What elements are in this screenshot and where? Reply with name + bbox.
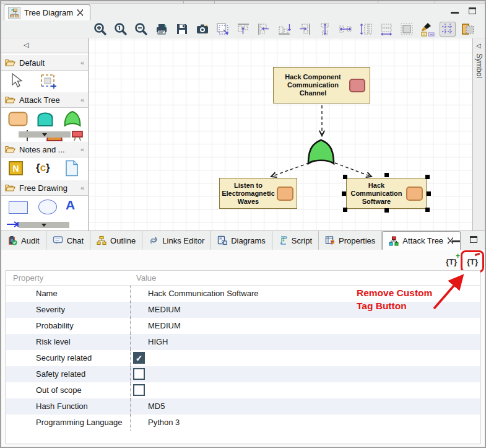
table-row[interactable]: Programming Language Python 3 bbox=[6, 415, 480, 431]
or-gate-tool[interactable] bbox=[63, 110, 82, 127]
tab-close-icon[interactable] bbox=[77, 9, 84, 16]
tab-tree-diagram[interactable]: Tree Diagram bbox=[4, 4, 90, 20]
align-right-icon[interactable] bbox=[297, 22, 313, 37]
tab-diagrams[interactable]: Diagrams bbox=[211, 231, 272, 250]
node-badge-orange bbox=[277, 187, 293, 201]
palette-scroll-indicator[interactable] bbox=[19, 131, 71, 138]
table-row[interactable]: Risk level HIGH bbox=[6, 334, 480, 350]
tab-chat[interactable]: Chat bbox=[46, 231, 90, 250]
tab-outline[interactable]: Outline bbox=[90, 231, 142, 250]
add-custom-tag-button[interactable]: {T} + bbox=[443, 253, 459, 270]
marquee-tool[interactable] bbox=[40, 73, 57, 90]
edit-appearance-icon[interactable] bbox=[460, 22, 476, 37]
rectangle-tool[interactable] bbox=[9, 201, 28, 214]
node-hack-component-communication-channel[interactable]: Hack Component Communication Channel bbox=[273, 67, 370, 103]
checkbox[interactable] bbox=[133, 352, 145, 364]
save-icon[interactable] bbox=[174, 22, 190, 37]
selection-handle[interactable] bbox=[384, 173, 389, 177]
remove-custom-tag-button[interactable]: {T} bbox=[464, 253, 480, 270]
collapse-left-icon[interactable]: ◁ bbox=[476, 42, 481, 49]
maximize-icon[interactable] bbox=[469, 7, 476, 14]
property-value[interactable]: MD5 bbox=[130, 398, 480, 415]
pin-icon[interactable]: « bbox=[80, 184, 84, 191]
property-value[interactable]: HIGH bbox=[130, 334, 480, 350]
editor-tabbar: Tree Diagram bbox=[1, 4, 485, 20]
zoom-actual-icon[interactable] bbox=[113, 22, 129, 37]
tab-attack-tree[interactable]: Attack Tree bbox=[382, 231, 461, 250]
tab-audit[interactable]: Audit bbox=[1, 231, 46, 250]
center-vertical-icon[interactable] bbox=[317, 22, 333, 37]
format-painter-icon[interactable] bbox=[419, 22, 435, 37]
pin-icon[interactable]: « bbox=[80, 59, 84, 66]
checkbox[interactable] bbox=[133, 368, 145, 380]
palette-section-notes[interactable]: Notes and ... « bbox=[1, 141, 88, 157]
text-tool[interactable]: A bbox=[66, 198, 75, 213]
align-top-icon[interactable] bbox=[235, 22, 251, 37]
pin-icon[interactable]: « bbox=[80, 96, 84, 103]
tab-label: Diagrams bbox=[231, 236, 266, 245]
checkbox[interactable] bbox=[133, 384, 145, 396]
selection-handle[interactable] bbox=[343, 175, 347, 179]
panel-maximize-icon[interactable] bbox=[470, 236, 477, 243]
property-value[interactable]: Python 3 bbox=[130, 415, 480, 431]
print-icon[interactable] bbox=[154, 22, 170, 37]
pin-icon[interactable]: « bbox=[80, 146, 84, 153]
tab-links-editor[interactable]: Links Editor bbox=[142, 231, 211, 250]
selection-handle[interactable] bbox=[425, 208, 430, 212]
property-value[interactable]: Hack Communication Software bbox=[130, 286, 480, 302]
node-shape-tool[interactable] bbox=[8, 112, 28, 126]
minimize-icon[interactable] bbox=[451, 7, 459, 14]
align-left-icon[interactable] bbox=[256, 22, 272, 37]
zoom-out-icon[interactable] bbox=[133, 22, 149, 37]
fit-to-selection-icon[interactable] bbox=[399, 22, 415, 37]
palette-section-attack-tree[interactable]: Attack Tree « bbox=[1, 92, 88, 108]
match-height-icon[interactable] bbox=[358, 22, 374, 37]
audit-icon bbox=[7, 235, 17, 245]
table-row[interactable]: Hash Function MD5 bbox=[6, 398, 480, 415]
node-listen-to-electromagnetic-waves[interactable]: Listen to Electromagnetic Waves bbox=[219, 178, 297, 209]
diagram-canvas[interactable]: Hack Component Communication Channel Lis… bbox=[89, 38, 474, 231]
table-row[interactable]: Severity MEDIUM bbox=[6, 302, 480, 318]
selection-handle[interactable] bbox=[425, 175, 430, 179]
note-tool[interactable]: N bbox=[9, 161, 23, 175]
marquee-zoom-icon[interactable] bbox=[215, 22, 231, 37]
ellipse-tool[interactable] bbox=[38, 200, 57, 214]
selection-handle[interactable] bbox=[384, 208, 389, 213]
palette-scroll-indicator[interactable] bbox=[19, 222, 69, 228]
toggle-grid-icon[interactable] bbox=[440, 22, 456, 37]
panel-minimize-icon[interactable] bbox=[452, 236, 460, 242]
and-gate-tool[interactable] bbox=[37, 110, 54, 127]
diagrams-icon bbox=[217, 235, 227, 245]
palette-collapse-bar[interactable]: ◁ bbox=[1, 38, 88, 53]
selection-handle[interactable] bbox=[427, 191, 431, 196]
document-tool[interactable] bbox=[65, 160, 79, 177]
selection-handle[interactable] bbox=[342, 191, 346, 196]
constant-tool[interactable]: {c} bbox=[36, 162, 50, 174]
flag-tool[interactable] bbox=[71, 131, 84, 141]
tree-diagram-icon bbox=[8, 7, 20, 19]
symbol-strip-label[interactable]: Symbol bbox=[475, 53, 484, 78]
collapse-left-icon[interactable]: ◁ bbox=[24, 41, 28, 49]
property-label: Risk level bbox=[6, 334, 130, 350]
tab-script[interactable]: Script bbox=[272, 231, 319, 250]
select-tool[interactable] bbox=[10, 73, 24, 89]
palette-section-default[interactable]: Default « bbox=[1, 55, 88, 71]
tab-properties[interactable]: Properties bbox=[319, 231, 382, 250]
table-row[interactable]: Safety related bbox=[6, 366, 480, 382]
palette-section-free-drawing[interactable]: Free Drawing « bbox=[1, 180, 88, 196]
table-row[interactable]: Probability MEDIUM bbox=[6, 318, 480, 334]
property-value[interactable]: MEDIUM bbox=[130, 302, 480, 318]
property-value[interactable]: MEDIUM bbox=[130, 318, 480, 334]
table-row[interactable]: Out of scope bbox=[6, 382, 480, 398]
table-row[interactable]: Security related bbox=[6, 350, 480, 366]
or-gate[interactable] bbox=[306, 138, 336, 165]
center-horizontal-icon[interactable] bbox=[337, 22, 354, 37]
align-bottom-icon[interactable] bbox=[276, 22, 292, 37]
table-row[interactable]: Name Hack Communication Software bbox=[6, 286, 480, 302]
section-label: Attack Tree bbox=[19, 95, 77, 105]
zoom-in-icon[interactable] bbox=[92, 22, 108, 37]
selection-handle[interactable] bbox=[343, 208, 347, 212]
node-hack-communication-software[interactable]: Hack Communication Software bbox=[346, 178, 427, 209]
match-width-icon[interactable] bbox=[378, 22, 394, 37]
screenshot-icon[interactable] bbox=[194, 22, 210, 37]
